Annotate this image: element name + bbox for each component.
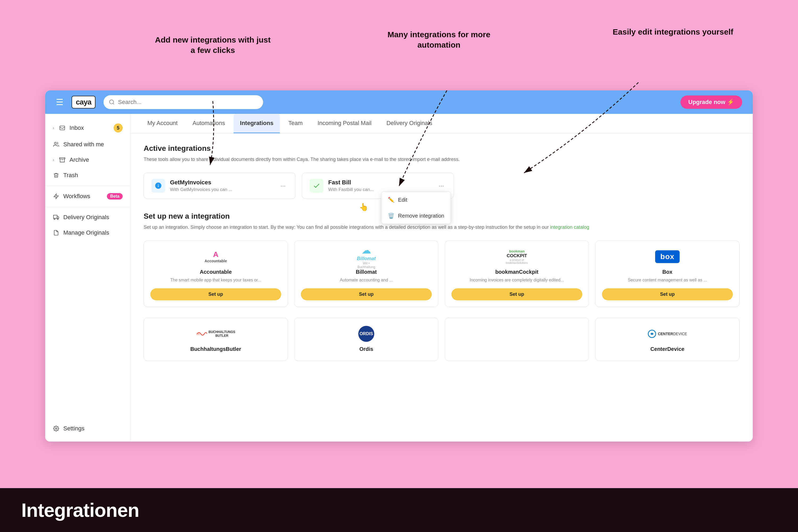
tile-bookman[interactable]: bookman COCKPIT a product of bookmanSolu… [445,241,589,307]
fastbill-more-button[interactable]: ··· [437,180,446,191]
setup-desc-text: Set up an integration. Simply choose an … [144,225,549,230]
tab-team[interactable]: Team [282,114,309,133]
trash-icon [53,172,60,179]
content-area: My Account Automations Integrations Team… [130,114,753,441]
inbox-chevron: › [53,126,54,130]
upgrade-button[interactable]: Upgrade now ⚡ [680,95,742,109]
sidebar-item-shared[interactable]: Shared with me [45,137,130,152]
billomat-logo: ☁ Billomat Wir • Buchhaltung [356,249,377,265]
tab-bar: My Account Automations Integrations Team… [130,114,753,134]
shared-label: Shared with me [63,141,104,148]
logo-text: caya [76,98,91,106]
svg-marker-7 [54,194,58,199]
fastbill-logo [310,179,323,193]
box-setup-button[interactable]: Set up [602,288,733,300]
manage-originals-icon [53,229,60,236]
accountable-setup-button[interactable]: Set up [150,288,281,300]
bookman-setup-button[interactable]: Set up [451,288,582,300]
integration-catalog-link[interactable]: integration catalog [550,225,589,230]
getmyinvoices-desc: With GetMyInvoices you can ... [170,187,273,192]
sidebar-item-archive[interactable]: › Archive [45,152,130,168]
empty-integration-slot-2 [603,173,740,199]
dropdown-remove[interactable]: 🗑️ Remove integration [381,208,451,224]
search-input[interactable] [118,99,258,106]
svg-rect-5 [60,158,65,159]
billomat-desc: Automate accounting and ... [340,277,393,283]
integration-card-getmyinvoices[interactable]: GetMyInvoices With GetMyInvoices you can… [144,173,296,199]
tab-automations[interactable]: Automations [186,114,231,133]
archive-chevron: › [53,157,54,162]
bookman-desc: Incoming invoices are completely digital… [470,277,564,283]
integration-card-fastbill[interactable]: Fast Bill With Fastbill you can... ··· ✏… [302,173,454,199]
svg-point-10 [54,218,55,220]
box-desc: Secure content management as well as ... [628,277,707,283]
sidebar-item-trash[interactable]: Trash [45,168,130,183]
edit-icon: ✏️ [388,196,395,203]
inbox-badge: 5 [114,124,122,132]
sidebar-item-settings[interactable]: Settings [45,421,130,436]
bookman-logo: bookman COCKPIT a product of bookmanSolu… [506,249,528,265]
sidebar-divider-2 [45,207,130,207]
bookman-name: bookmanCockpit [495,269,538,275]
top-nav: ☰ caya Upgrade now ⚡ [45,91,753,114]
callout-add-integrations: Add new integrations with just a few cli… [152,35,274,55]
centerdevice-logo: CENTERDEVICE [657,326,678,342]
archive-label: Archive [70,156,89,163]
tile-empty [445,318,589,361]
settings-icon [53,425,60,432]
tab-incoming-postal-mail[interactable]: Incoming Postal Mail [311,114,378,133]
hamburger-button[interactable]: ☰ [56,97,63,107]
svg-rect-3 [60,126,65,130]
box-name: Box [662,269,672,275]
tile-bb[interactable]: BUCHHALTUNGSBUTLER BuchhaltungsButler [144,318,288,361]
content-inner: Active integrations These tools allow yo… [130,134,753,372]
sidebar: › Inbox 5 Shared with me [45,114,130,441]
empty-integration-slot [460,173,597,199]
fastbill-name: Fast Bill [328,179,432,186]
accountable-desc: The smart mobile app that keeps your tax… [170,277,261,283]
svg-marker-9 [57,216,59,218]
setup-desc: Set up an integration. Simply choose an … [144,224,740,231]
accountable-logo: A Accountable [205,249,226,265]
callout-many-integrations: Many integrations for more automation [373,29,506,50]
tab-my-account[interactable]: My Account [141,114,184,133]
search-bar [103,95,263,109]
inbox-icon [59,125,66,131]
billomat-setup-button[interactable]: Set up [301,288,432,300]
bb-logo: BUCHHALTUNGSBUTLER [205,326,226,342]
tile-box[interactable]: box Box Secure content management as wel… [595,241,740,307]
fastbill-info: Fast Bill With Fastbill you can... [328,179,432,192]
tile-accountable[interactable]: A Accountable Accountable The smart mobi… [144,241,288,307]
app-container: ☰ caya Upgrade now ⚡ › Inbox [45,91,753,441]
bb-name: BuchhaltungsButler [190,346,241,352]
remove-label: Remove integration [398,213,444,219]
edit-label: Edit [398,197,407,203]
tab-integrations[interactable]: Integrations [233,114,280,133]
main-layout: › Inbox 5 Shared with me [45,114,753,441]
getmyinvoices-more-button[interactable]: ··· [278,180,288,191]
dropdown-edit[interactable]: ✏️ Edit [381,192,451,208]
sidebar-item-delivery-originals[interactable]: Delivery Originals [45,210,130,225]
billomat-name: Billomat [356,269,377,275]
tile-billomat[interactable]: ☁ Billomat Wir • Buchhaltung Billomat Au… [294,241,438,307]
svg-rect-8 [54,215,57,218]
active-integrations-title: Active integrations [144,144,740,153]
trash-label: Trash [63,172,78,179]
fastbill-dropdown-menu: ✏️ Edit 🗑️ Remove integration [381,191,451,224]
logo: caya [72,96,95,109]
sidebar-item-workflows[interactable]: Workflows Beta [45,189,130,204]
integration-grid-row2: BUCHHALTUNGSBUTLER BuchhaltungsButler OR… [144,318,740,361]
sidebar-item-manage-originals[interactable]: Manage Originals [45,225,130,241]
svg-rect-13 [196,333,200,335]
sidebar-item-inbox[interactable]: › Inbox 5 [45,119,130,137]
svg-line-2 [113,103,114,104]
settings-label: Settings [63,425,84,432]
tab-delivery-originals[interactable]: Delivery Originals [380,114,439,133]
ordis-name: Ordis [359,346,373,352]
shared-icon [53,141,60,148]
tile-centerdevice[interactable]: CENTERDEVICE CenterDevice [595,318,740,361]
tile-ordis[interactable]: ORDIS Ordis [294,318,438,361]
bottom-bar: Integrationen [0,488,798,532]
delivery-originals-icon [53,214,60,221]
svg-point-4 [55,142,56,144]
